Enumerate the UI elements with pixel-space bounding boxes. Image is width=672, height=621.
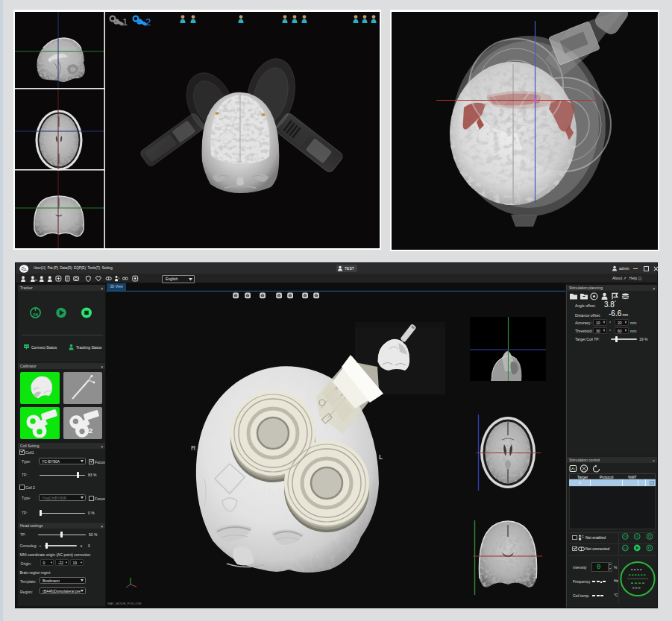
- svg-text:NAV_MODE_FOLLOW: NAV_MODE_FOLLOW: [107, 602, 142, 605]
- svg-text:R: R: [191, 444, 196, 452]
- svg-text:2: 2: [88, 426, 92, 435]
- svg-text:((·)): ((·)): [623, 546, 627, 549]
- svg-text:ON: ON: [624, 535, 628, 538]
- svg-text:1: 1: [122, 16, 128, 26]
- svg-text:ON: ON: [33, 313, 38, 317]
- svg-text:2: 2: [145, 16, 151, 26]
- svg-text:L: L: [379, 453, 383, 461]
- svg-text:(0): (0): [635, 535, 638, 538]
